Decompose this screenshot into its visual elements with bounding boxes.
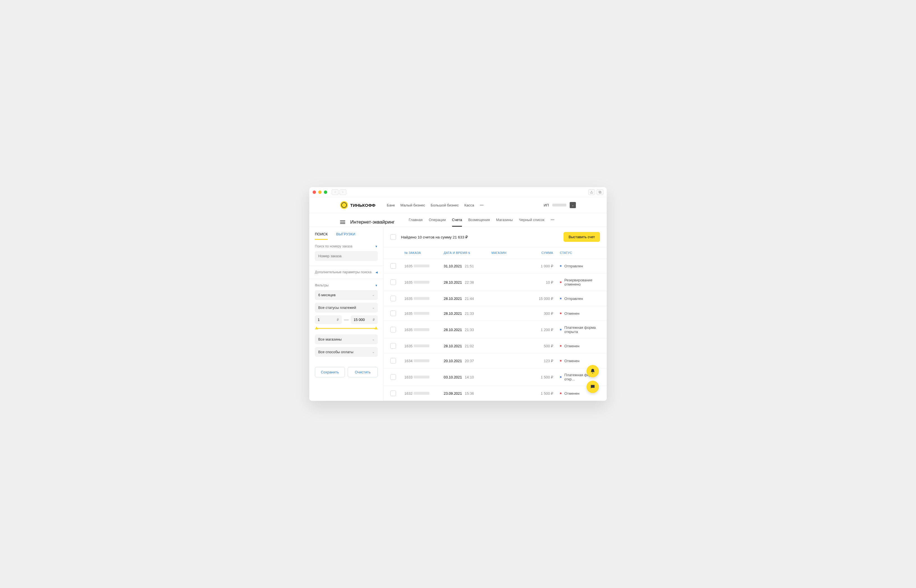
create-invoice-button[interactable]: Выставить счет [563, 232, 600, 242]
share-button[interactable] [588, 189, 595, 195]
tabs-button[interactable] [597, 189, 604, 195]
table-row[interactable]: 1635 28.10.202121:44 15 000 ₽ Отправлен [384, 291, 607, 306]
logo-text: ТИНЬКОФФ [350, 203, 375, 208]
nav-bank[interactable]: Банк [387, 203, 395, 207]
logo-icon [340, 201, 348, 209]
table-header: № ЗАКАЗА ДАТА И ВРЕМЯ МАГАЗИН СУММА СТАТ… [384, 247, 607, 258]
row-checkbox[interactable] [390, 263, 396, 269]
range-from-input[interactable]: 1₽ [315, 315, 342, 324]
table-row[interactable]: 1635 28.10.202121:33 1 200 ₽ Платежная ф… [384, 321, 607, 339]
table-row[interactable]: 1635 28.10.202122:38 10 ₽ Резервирование… [384, 273, 607, 291]
sidebar-tab-search[interactable]: ПОИСК [315, 232, 328, 240]
browser-window: ‹ › ТИНЬКОФФ Банк Малый бизнес Большой б… [309, 187, 607, 401]
status-cell: Отменен [553, 359, 600, 363]
tab-refunds[interactable]: Возмещения [468, 218, 490, 227]
status-cell: Платежная форма открыта [553, 325, 600, 334]
table-row[interactable]: 1635 31.10.202121:51 1 000 ₽ Отправлен [384, 258, 607, 273]
nav-more-icon[interactable]: ••• [480, 203, 484, 207]
tab-blacklist[interactable]: Черный список [519, 218, 544, 227]
datetime-cell: 23.09.202115:36 [444, 391, 491, 396]
slider-handle-left[interactable] [315, 326, 318, 330]
minimize-window-button[interactable] [318, 191, 322, 194]
col-datetime[interactable]: ДАТА И ВРЕМЯ [444, 251, 491, 254]
status-dot-icon [560, 376, 562, 378]
menu-icon[interactable] [340, 221, 345, 224]
tab-invoices[interactable]: Счета [452, 218, 462, 227]
chevron-down-icon: ⌄ [372, 294, 374, 297]
notifications-button[interactable] [586, 365, 599, 377]
user-dropdown-icon[interactable]: ⌄ [570, 202, 576, 208]
titlebar: ‹ › [309, 187, 607, 197]
sidebar-tab-exports[interactable]: ВЫГРУЗКИ [336, 232, 355, 240]
datetime-cell: 03.10.202114:10 [444, 375, 491, 379]
maximize-window-button[interactable] [324, 191, 327, 194]
row-checkbox[interactable] [390, 310, 396, 316]
status-select[interactable]: Все статусы платежей⌄ [315, 303, 378, 312]
row-checkbox[interactable] [390, 358, 396, 363]
tab-shops[interactable]: Магазины [496, 218, 513, 227]
table-row[interactable]: 1632 23.09.202115:36 1 500 ₽ Отменен [384, 386, 607, 401]
filters-toggle[interactable]: Фильтры ▼ [315, 283, 378, 287]
col-shop[interactable]: МАГАЗИН [491, 251, 525, 254]
sum-cell: 1 500 ₽ [525, 375, 553, 379]
tab-more-icon[interactable]: ••• [550, 218, 555, 227]
status-cell: Отменен [553, 344, 600, 348]
slider-handle-right[interactable] [374, 326, 378, 330]
row-checkbox[interactable] [390, 343, 396, 349]
tab-operations[interactable]: Операции [429, 218, 446, 227]
user-menu[interactable]: ИП ⌄ [544, 202, 576, 208]
table-row[interactable]: 1635 28.10.202121:02 500 ₽ Отменен [384, 339, 607, 354]
table-row[interactable]: 1634 20.10.202120:37 123 ₽ Отменен [384, 354, 607, 368]
table-row[interactable]: 1635 28.10.202121:33 300 ₽ Отменен [384, 306, 607, 321]
select-all-checkbox[interactable] [390, 234, 396, 240]
forward-button[interactable]: › [340, 189, 346, 195]
nav-small-business[interactable]: Малый бизнес [400, 203, 425, 207]
range-slider[interactable] [316, 328, 377, 329]
sum-cell: 1 000 ₽ [525, 264, 553, 268]
back-button[interactable]: ‹ [332, 189, 338, 195]
save-button[interactable]: Сохранить [315, 367, 345, 377]
traffic-lights [312, 191, 327, 194]
col-status[interactable]: СТАТУС [553, 251, 600, 254]
tab-main[interactable]: Главная [409, 218, 422, 227]
table-row[interactable]: 1633 03.10.202114:10 1 500 ₽ Платежная ф… [384, 368, 607, 386]
chat-button[interactable] [586, 381, 599, 393]
order-number-input[interactable] [315, 251, 378, 261]
close-window-button[interactable] [312, 191, 316, 194]
sum-cell: 10 ₽ [525, 280, 553, 284]
col-sum[interactable]: СУММА [525, 251, 553, 254]
order-redacted [414, 392, 429, 395]
datetime-cell: 20.10.202120:37 [444, 359, 491, 363]
period-select[interactable]: 6 месяцев⌄ [315, 290, 378, 300]
global-header: ТИНЬКОФФ Банк Малый бизнес Большой бизне… [309, 197, 607, 213]
logo[interactable]: ТИНЬКОФФ [340, 201, 375, 209]
filters-section: Фильтры ▼ 6 месяцев⌄ Все статусы платеже… [309, 279, 384, 361]
search-by-section: Поиск по номеру заказа ▼ [309, 240, 384, 266]
datetime-cell: 28.10.202122:38 [444, 280, 491, 284]
row-checkbox[interactable] [390, 296, 396, 301]
top-nav: Банк Малый бизнес Большой бизнес Касса •… [387, 203, 484, 207]
shops-select[interactable]: Все магазины⌄ [315, 334, 378, 344]
range-to-input[interactable]: 15 000₽ [351, 315, 378, 324]
payment-method-select[interactable]: Все способы оплаты⌄ [315, 347, 378, 357]
row-checkbox[interactable] [390, 374, 396, 380]
clear-button[interactable]: Очистить [348, 367, 378, 377]
results-header: Найдено 10 счетов на сумму 21 633 ₽ Выст… [384, 227, 607, 247]
order-cell: 1633 [405, 375, 444, 379]
order-cell: 1632 [405, 391, 444, 396]
chevron-down-icon: ⌄ [372, 351, 374, 354]
chevron-left-icon: ◀ [375, 271, 378, 274]
extra-params-section[interactable]: Дополнительные параметры поиска ◀ [309, 266, 384, 279]
datetime-cell: 28.10.202121:44 [444, 297, 491, 301]
nav-kassa[interactable]: Касса [464, 203, 474, 207]
nav-big-business[interactable]: Большой бизнес [430, 203, 458, 207]
chevron-down-icon: ▼ [375, 245, 378, 248]
status-dot-icon [560, 298, 562, 299]
user-name-redacted [552, 204, 566, 207]
row-checkbox[interactable] [390, 279, 396, 285]
status-dot-icon [560, 345, 562, 347]
search-by-label[interactable]: Поиск по номеру заказа ▼ [315, 244, 378, 248]
row-checkbox[interactable] [390, 327, 396, 333]
col-order[interactable]: № ЗАКАЗА [405, 251, 444, 254]
row-checkbox[interactable] [390, 391, 396, 396]
